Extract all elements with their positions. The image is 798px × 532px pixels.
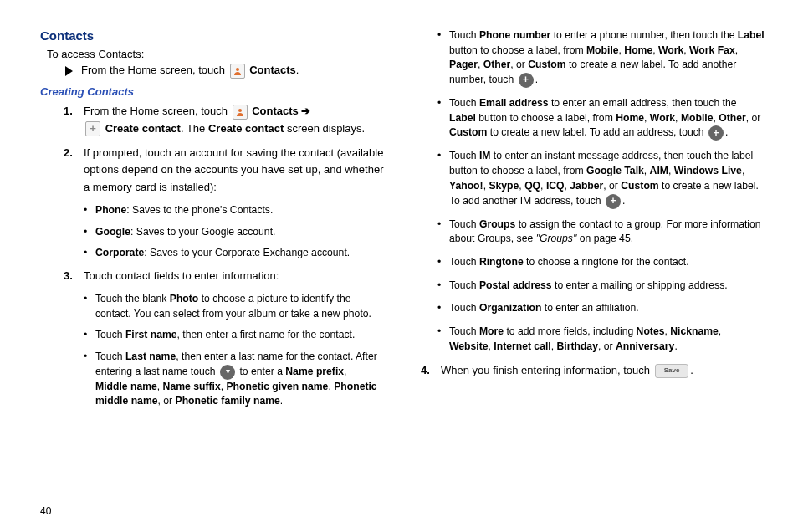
- heading-contacts: Contacts: [40, 28, 384, 43]
- item-ringtone: • Touch Ringtone to choose a ringtone fo…: [437, 255, 765, 270]
- add-circle-icon: +: [519, 73, 534, 88]
- step-1: 1. From the Home screen, touch Contacts …: [64, 103, 384, 138]
- item-email: • Touch Email address to enter an email …: [437, 96, 765, 141]
- item-im: • Touch IM to enter an instant message a…: [437, 149, 765, 208]
- step-2: 2. If prompted, touch an account for sav…: [64, 145, 384, 197]
- item-postal: • Touch Postal address to enter a mailin…: [437, 279, 765, 294]
- item-groups: • Touch Groups to assign the contact to …: [437, 217, 765, 247]
- contacts-icon: [233, 105, 248, 120]
- access-instruction: From the Home screen, touch Contacts.: [65, 64, 384, 79]
- arrow-icon: [65, 66, 73, 76]
- chevron-down-icon: ▾: [220, 365, 235, 380]
- list-item: •Corporate: Saves to your Corporate Exch…: [84, 246, 381, 261]
- step3-photo: • Touch the blank Photo to choose a pict…: [84, 292, 381, 321]
- add-circle-icon: +: [708, 125, 724, 141]
- from-home-text: From the Home screen, touch: [81, 64, 225, 76]
- step-4: 4. When you finish entering information,…: [421, 362, 765, 380]
- save-button[interactable]: Save: [655, 364, 689, 378]
- step3-firstname: • Touch First name, then enter a first n…: [84, 328, 381, 343]
- heading-creating-contacts: Creating Contacts: [40, 85, 384, 98]
- item-phone-number: • Touch Phone number to enter a phone nu…: [437, 28, 765, 88]
- contacts-icon: [230, 64, 245, 79]
- intro-text: To access Contacts:: [47, 48, 384, 60]
- add-circle-icon: +: [606, 194, 621, 209]
- list-item: •Phone: Saves to the phone's Contacts.: [84, 203, 381, 218]
- svg-point-0: [236, 68, 239, 71]
- step-3: 3. Touch contact fields to enter informa…: [64, 268, 384, 285]
- step3-lastname: • Touch Last name, then enter a last nam…: [84, 350, 381, 409]
- contacts-label: Contacts: [249, 64, 296, 76]
- page-number: 40: [40, 505, 51, 517]
- item-organization: • Touch Organization to enter an affilia…: [437, 301, 765, 316]
- list-item: •Google: Saves to your Google account.: [84, 225, 381, 240]
- plus-icon: [85, 121, 100, 136]
- svg-point-1: [238, 109, 242, 112]
- item-more: • Touch More to add more fields, includi…: [437, 325, 765, 354]
